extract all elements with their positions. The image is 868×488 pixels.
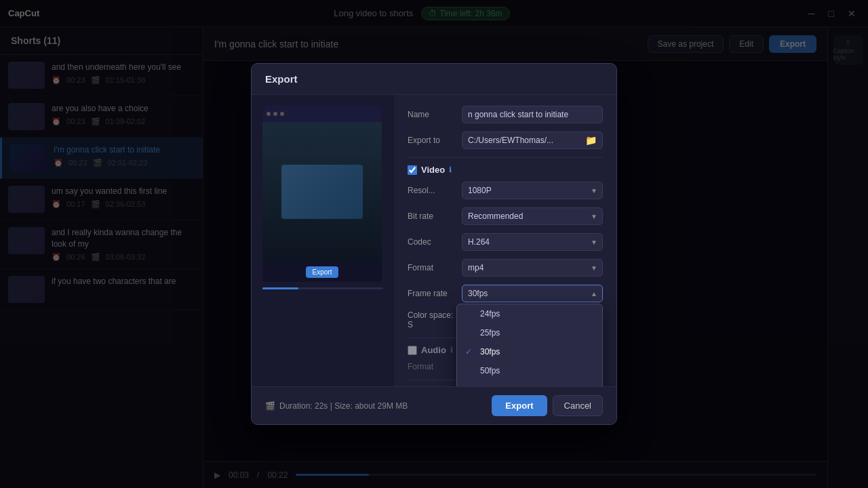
cancel-modal-button[interactable]: Cancel — [553, 395, 603, 416]
modal-form: Name Export to 📁 Video ℹ — [394, 95, 616, 386]
codec-row: Codec H.264 H.265 ▼ — [408, 233, 603, 251]
format-row: Format mp4 mov ▼ — [408, 259, 603, 277]
dot-2 — [273, 112, 277, 116]
footer-actions: Export Cancel — [492, 395, 603, 416]
bitrate-select[interactable]: Recommended High Low — [462, 207, 603, 225]
fps-label: 60fps — [480, 385, 500, 386]
export-to-label: Export to — [408, 136, 456, 145]
preview-progress-fill — [262, 287, 298, 289]
preview-content — [262, 122, 382, 262]
dot-1 — [267, 112, 271, 116]
format-label: Format — [408, 263, 456, 272]
preview-action-button[interactable]: Export — [306, 266, 339, 278]
format-select[interactable]: mp4 mov — [462, 259, 603, 277]
fps-dropdown: 24fps 25fps ✓ 30fps 50fps — [456, 304, 603, 386]
film-icon: 🎬 — [265, 401, 275, 411]
audio-format-label: Format — [408, 362, 456, 371]
audio-info-icon[interactable]: ℹ — [450, 346, 453, 354]
export-modal-button[interactable]: Export — [492, 395, 547, 416]
fps-option-25[interactable]: 25fps — [457, 323, 602, 342]
check-icon: ✓ — [465, 347, 475, 357]
resolution-row: Resol... 1080P 720P 480P ▼ — [408, 182, 603, 199]
audio-section-title: Audio — [421, 345, 446, 355]
bitrate-select-wrapper: Recommended High Low ▼ — [462, 207, 603, 225]
fps-option-24[interactable]: 24fps — [457, 304, 602, 323]
modal-footer: 🎬 Duration: 22s | Size: about 29M MB Exp… — [252, 386, 616, 424]
preview-image — [281, 165, 363, 219]
format-select-wrapper: mp4 mov ▼ — [462, 259, 603, 277]
resolution-label: Resol... — [408, 186, 456, 195]
video-checkbox[interactable] — [408, 165, 417, 175]
duration-text: Duration: 22s | Size: about 29M MB — [279, 401, 408, 411]
export-modal: Export Export — [251, 63, 617, 425]
audio-checkbox[interactable] — [408, 346, 417, 355]
framerate-row: Frame rate 30fps ▲ 24fps — [408, 285, 603, 302]
preview-progressbar — [262, 287, 383, 289]
video-section-header: Video ℹ — [408, 165, 603, 175]
modal-preview: Export — [252, 95, 394, 386]
name-input[interactable] — [462, 106, 603, 123]
divider-1 — [408, 157, 603, 158]
preview-topbar — [262, 106, 382, 122]
fps-option-30[interactable]: ✓ 30fps — [457, 342, 602, 361]
video-info-icon[interactable]: ℹ — [449, 165, 452, 174]
framerate-label: Frame rate — [408, 289, 456, 298]
framerate-select[interactable]: 30fps — [462, 285, 603, 302]
bitrate-row: Bit rate Recommended High Low ▼ — [408, 207, 603, 225]
name-row: Name — [408, 106, 603, 123]
export-path-input[interactable] — [462, 132, 580, 148]
modal-title: Export — [252, 64, 616, 95]
duration-info: 🎬 Duration: 22s | Size: about 29M MB — [265, 401, 408, 411]
fps-option-60[interactable]: 60fps — [457, 380, 602, 386]
fps-label: 30fps — [480, 347, 500, 357]
fps-label: 25fps — [480, 328, 500, 338]
video-section-title: Video — [421, 165, 445, 175]
framerate-select-wrapper: 30fps ▲ — [462, 285, 603, 302]
modal-overlay: Export Export — [0, 0, 868, 488]
colorspace-label: Color space: S — [408, 310, 456, 329]
codec-select-wrapper: H.264 H.265 ▼ — [462, 233, 603, 251]
modal-body: Export Name Export to — [252, 95, 616, 386]
name-label: Name — [408, 110, 456, 119]
preview-video: Export — [262, 106, 382, 282]
folder-icon[interactable]: 📁 — [580, 135, 602, 146]
resolution-select[interactable]: 1080P 720P 480P — [462, 182, 603, 199]
preview-tools: Export — [262, 262, 382, 282]
fps-option-50[interactable]: 50fps — [457, 361, 602, 380]
fps-label: 24fps — [480, 309, 500, 319]
export-to-row: Export to 📁 — [408, 131, 603, 149]
codec-label: Codec — [408, 237, 456, 247]
bitrate-label: Bit rate — [408, 211, 456, 221]
resolution-select-wrapper: 1080P 720P 480P ▼ — [462, 182, 603, 199]
codec-select[interactable]: H.264 H.265 — [462, 233, 603, 251]
fps-label: 50fps — [480, 366, 500, 375]
export-path-wrapper: 📁 — [462, 131, 603, 149]
dot-3 — [280, 112, 284, 116]
